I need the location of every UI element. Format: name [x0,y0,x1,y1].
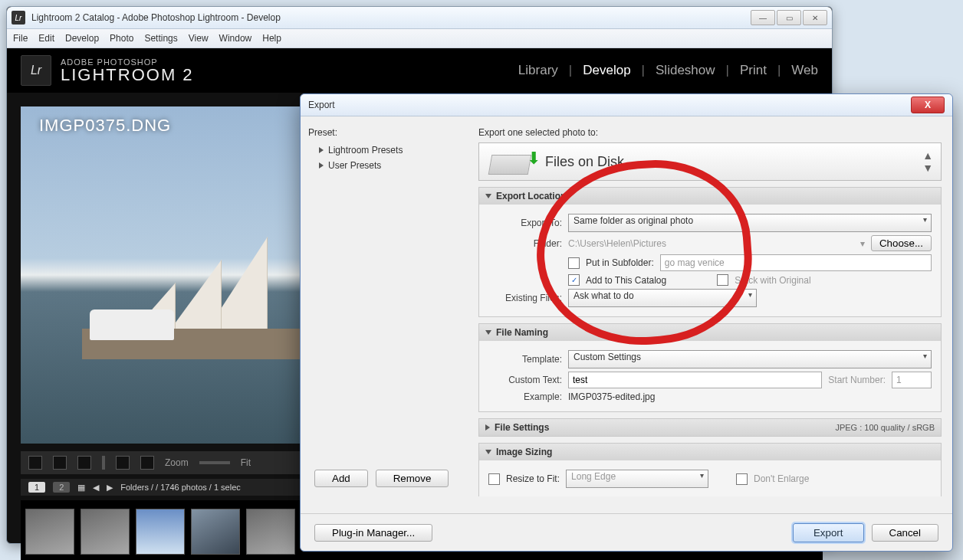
compare-icon[interactable] [53,456,67,470]
flag-icon[interactable] [116,456,130,470]
template-select[interactable]: Custom Settings [568,350,932,368]
zoom-slider[interactable] [199,461,230,464]
next-icon[interactable]: ▶ [107,483,113,493]
folder-path: C:\Users\Helen\Pictures [568,238,854,249]
folder-dropdown-icon: ▾ [860,238,865,249]
chevron-updown-icon[interactable]: ▲▼ [922,149,933,174]
compare2-icon[interactable] [77,456,91,470]
dialog-titlebar: Export X [301,94,952,116]
resize-select: Long Edge [566,470,708,488]
module-switcher: Library| Develop| Slideshow| Print| Web [518,63,818,78]
module-slideshow[interactable]: Slideshow [656,63,715,78]
example-value: IMGP0375-edited.jpg [568,391,655,402]
resize-label: Resize to Fit: [506,473,560,484]
thumb-3[interactable] [136,509,185,555]
dialog-footer: Plug-in Manager... Export Cancel [301,513,952,551]
existing-files-label: Existing Files: [488,293,562,303]
resize-checkbox[interactable] [488,473,500,485]
preset-user[interactable]: User Presets [308,158,471,173]
lr-logo: Lr [21,55,51,86]
module-print[interactable]: Print [740,63,767,78]
main-titlebar: Lr Lightroom 2 Catalog - Adobe Photoshop… [7,7,832,29]
menu-help[interactable]: Help [262,33,281,44]
thumb-4[interactable] [191,509,240,555]
subfolder-input[interactable] [660,254,932,271]
menu-settings[interactable]: Settings [144,33,177,44]
brand-row: Lr ADOBE PHOTOSHOP LIGHTROOM 2 Library| … [7,48,832,93]
menu-view[interactable]: View [189,33,209,44]
status-text: Folders / / 1746 photos / 1 selec [120,483,241,492]
menu-edit[interactable]: Edit [38,33,54,44]
page-1[interactable]: 1 [28,482,45,493]
photo-filename: IMGP0375.DNG [39,116,171,136]
photo-subject [82,229,297,359]
module-web[interactable]: Web [791,63,818,78]
add-catalog-label: Add to This Catalog [586,275,666,286]
stack-label: Stack with Original [735,275,810,286]
section-file-naming: File Naming Template:Custom Settings Cus… [478,323,942,412]
drive-icon: ⬇ [487,147,534,176]
triangle-down-icon [485,330,491,335]
custom-text-input[interactable] [568,372,822,388]
thumb-1[interactable] [25,509,74,555]
menu-photo[interactable]: Photo [110,33,133,44]
reject-icon[interactable] [140,456,154,470]
section-export-location: Export Location Export To: Same folder a… [478,187,942,317]
template-label: Template: [488,354,562,365]
preset-buttons: Add Remove [314,470,449,487]
export-to-select[interactable]: Same folder as original photo [568,214,932,232]
section-header-export-location[interactable]: Export Location [479,188,941,205]
preset-lightroom[interactable]: Lightroom Presets [308,142,471,158]
subfolder-checkbox[interactable] [568,257,580,269]
export-settings-panel: Export one selected photo to: ⬇ Files on… [478,116,952,496]
section-file-settings: File SettingsJPEG : 100 quality / sRGB [478,418,942,437]
section-header-file-naming[interactable]: File Naming [479,324,941,341]
subfolder-label: Put in Subfolder: [586,257,654,268]
existing-files-select[interactable]: Ask what to do [568,289,757,307]
minimize-button[interactable]: — [751,10,775,25]
brand-big: LIGHTROOM 2 [61,67,194,84]
menubar: File Edit Develop Photo Settings View Wi… [7,29,832,48]
zoom-label: Zoom [165,457,189,468]
remove-preset-button[interactable]: Remove [376,470,449,487]
page-2[interactable]: 2 [53,482,70,493]
no-enlarge-label: Don't Enlarge [754,473,809,484]
destination-text: Files on Disk [545,154,624,170]
plugin-manager-button[interactable]: Plug-in Manager... [314,524,432,542]
prev-icon[interactable]: ◀ [93,483,99,493]
grid-icon[interactable]: ▦ [77,483,85,493]
maximize-button[interactable]: ▭ [777,10,801,25]
menu-develop[interactable]: Develop [65,33,99,44]
preset-heading: Preset: [308,127,471,138]
export-button[interactable]: Export [793,523,864,542]
module-develop[interactable]: Develop [583,63,630,78]
add-preset-button[interactable]: Add [314,470,368,487]
dialog-title: Export [308,100,335,110]
export-to-label: Export To: [488,218,562,228]
cancel-button[interactable]: Cancel [872,524,939,542]
section-header-file-settings[interactable]: File SettingsJPEG : 100 quality / sRGB [479,419,941,436]
window-controls: — ▭ ✕ [749,10,827,25]
custom-text-label: Custom Text: [488,375,562,385]
triangle-right-icon [485,424,490,431]
destination-selector[interactable]: ⬇ Files on Disk ▲▼ [478,142,942,181]
window-title: Lightroom 2 Catalog - Adobe Photoshop Li… [31,12,749,23]
section-header-image-sizing[interactable]: Image Sizing [479,444,941,460]
close-button[interactable]: ✕ [803,10,827,25]
module-library[interactable]: Library [518,63,558,78]
section-image-sizing: Image Sizing Resize to Fit: Long Edge Do… [478,443,942,496]
start-number-input [892,372,932,388]
add-catalog-checkbox[interactable] [568,274,580,286]
crop-tool-icon[interactable] [28,456,42,470]
example-label: Example: [488,391,562,402]
choose-folder-button[interactable]: Choose... [871,235,932,251]
stack-checkbox[interactable] [717,274,728,286]
export-dialog: Export X Preset: Lightroom Presets User … [300,93,953,552]
menu-file[interactable]: File [13,33,28,44]
arrow-down-icon: ⬇ [527,149,541,169]
thumb-5[interactable] [246,509,295,555]
thumb-2[interactable] [81,509,130,555]
folder-label: Folder: [488,238,562,249]
dialog-close-button[interactable]: X [911,97,945,113]
menu-window[interactable]: Window [219,33,252,44]
